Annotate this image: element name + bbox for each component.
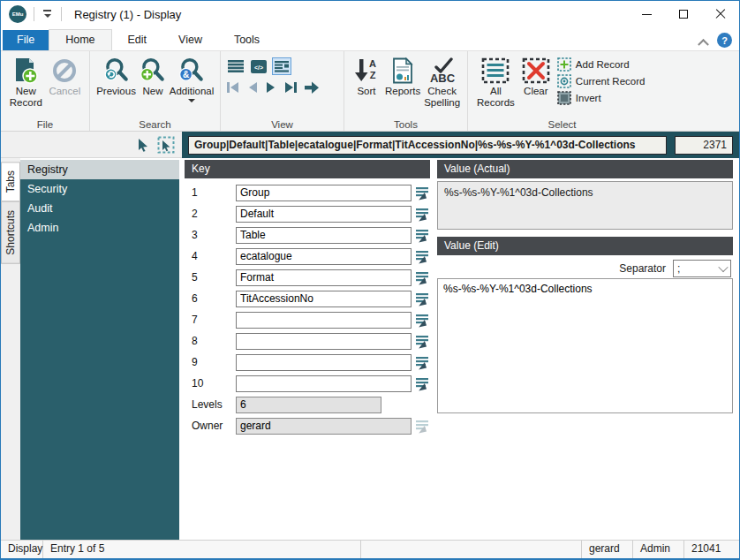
status-mode: Display — [1, 541, 43, 558]
key-row-number: 6 — [185, 292, 236, 305]
sidebar-item-security[interactable]: Security — [20, 179, 179, 199]
key-2-input[interactable] — [236, 206, 412, 223]
side-tab-shortcuts[interactable]: Shortcuts — [1, 201, 20, 264]
window-controls — [628, 1, 739, 27]
lookup-list-icon[interactable] — [415, 291, 430, 306]
window-title: Registry (1) - Display — [74, 8, 181, 21]
lookup-list-icon[interactable] — [415, 376, 430, 391]
previous-record-button[interactable] — [246, 80, 259, 95]
separator-value: ; — [677, 262, 720, 275]
maximize-button[interactable] — [665, 1, 702, 27]
lookup-list-icon[interactable] — [415, 228, 430, 243]
ribbon-tab-row: File Home Edit View Tools ? — [1, 27, 739, 50]
help-button[interactable]: ? — [717, 33, 732, 48]
all-records-button[interactable]: All Records — [473, 54, 518, 109]
key-7-input[interactable] — [236, 312, 412, 329]
search-new-button[interactable]: New — [137, 54, 169, 97]
group-label-view: View — [221, 119, 344, 130]
key-1-input[interactable] — [236, 185, 412, 201]
separator-dropdown[interactable]: ; — [673, 260, 731, 277]
add-record-button[interactable]: Add Record — [557, 57, 646, 72]
separator-label: Separator — [619, 262, 666, 275]
reports-icon — [391, 56, 414, 86]
sidebar-item-audit[interactable]: Audit — [20, 199, 179, 218]
search-additional-button[interactable]: & Additional — [169, 54, 215, 102]
key-row-number: 3 — [185, 229, 236, 241]
clear-selection-button[interactable]: Clear — [518, 54, 554, 97]
check-spelling-button[interactable]: ABC Check Spelling — [422, 54, 462, 109]
cancel-button[interactable]: Cancel — [46, 54, 84, 97]
first-record-button[interactable] — [226, 80, 240, 95]
new-record-button[interactable]: New Record — [6, 54, 46, 109]
sidebar-item-registry[interactable]: Registry — [20, 160, 179, 179]
key-3-input[interactable] — [236, 227, 412, 244]
close-button[interactable] — [702, 1, 739, 27]
value-edit-field[interactable]: %s-%s-%Y-%1^03d-Collections — [437, 278, 733, 413]
last-record-button[interactable] — [283, 80, 298, 95]
add-record-label: Add Record — [576, 59, 630, 70]
group-label-search: Search — [90, 119, 220, 130]
tab-file[interactable]: File — [3, 30, 49, 50]
key-row-7: 7 — [185, 309, 430, 330]
side-tab-tabs[interactable]: Tabs — [1, 162, 20, 201]
app-logo-icon: EMu — [9, 5, 26, 23]
minimize-icon — [642, 14, 652, 15]
tab-home[interactable]: Home — [49, 29, 111, 50]
list-view-icon — [228, 60, 244, 72]
reports-button[interactable]: Reports — [383, 54, 422, 97]
ribbon: New Record Cancel File — [1, 50, 739, 132]
search-additional-icon: & — [177, 56, 206, 86]
lookup-list-icon[interactable] — [415, 249, 430, 264]
list-view-button[interactable] — [226, 57, 245, 75]
key-5-input[interactable] — [236, 269, 412, 286]
divider — [34, 7, 34, 21]
levels-label: Levels — [185, 398, 236, 411]
key-row-number: 2 — [185, 208, 236, 220]
details-view-button[interactable] — [272, 57, 291, 75]
sidebar-item-admin[interactable]: Admin — [20, 218, 179, 238]
cursor-icon[interactable] — [137, 138, 149, 152]
key-panel-header: Key — [185, 160, 430, 178]
lookup-list-icon[interactable] — [415, 313, 430, 328]
lookup-list-icon[interactable] — [415, 207, 430, 222]
lookup-list-icon[interactable] — [415, 355, 430, 370]
invert-selection-button[interactable]: Invert — [557, 91, 646, 105]
first-record-icon — [226, 80, 240, 95]
minimize-button[interactable] — [628, 1, 665, 27]
sort-button[interactable]: A Z Sort — [350, 54, 383, 97]
registry-path-value[interactable]: Group|Default|Table|ecatalogue|Format|Ti… — [188, 136, 667, 155]
current-record-button[interactable]: Current Record — [557, 74, 646, 88]
key-panel: Key 1 2 3 4 — [179, 158, 435, 540]
sort-icon: A Z — [354, 56, 379, 86]
select-mode-icon[interactable] — [157, 136, 175, 154]
status-user: gerard — [582, 541, 633, 558]
chevron-down-icon — [718, 261, 728, 271]
key-row-3: 3 — [185, 224, 430, 246]
goto-record-button[interactable] — [304, 80, 320, 95]
search-new-icon — [139, 56, 167, 86]
key-10-input[interactable] — [236, 375, 412, 392]
tab-view[interactable]: View — [162, 30, 218, 50]
key-row-6: 6 — [185, 288, 430, 309]
status-record-number: 21041 — [684, 541, 739, 558]
key-row-number: 1 — [185, 186, 236, 199]
lookup-list-icon[interactable] — [415, 334, 430, 349]
collapse-ribbon-icon[interactable] — [699, 38, 708, 43]
next-record-button[interactable] — [265, 80, 277, 95]
tab-tools[interactable]: Tools — [218, 30, 276, 50]
quick-access-dropdown-icon[interactable] — [42, 9, 54, 19]
key-8-input[interactable] — [236, 333, 412, 350]
tab-edit[interactable]: Edit — [112, 30, 163, 50]
search-previous-button[interactable]: Previous — [95, 54, 137, 97]
lookup-list-icon[interactable] — [415, 270, 430, 285]
lookup-list-icon-disabled — [415, 419, 430, 434]
key-9-input[interactable] — [236, 354, 412, 371]
goto-record-icon — [304, 80, 320, 95]
key-row-2: 2 — [185, 203, 430, 224]
ribbon-group-select: All Records Clear — [467, 51, 656, 131]
key-4-input[interactable] — [236, 248, 412, 265]
code-view-button[interactable]: </> — [249, 57, 268, 75]
key-6-input[interactable] — [236, 291, 412, 307]
lookup-list-icon[interactable] — [415, 185, 430, 201]
ribbon-group-tools: A Z Sort — [344, 51, 467, 131]
